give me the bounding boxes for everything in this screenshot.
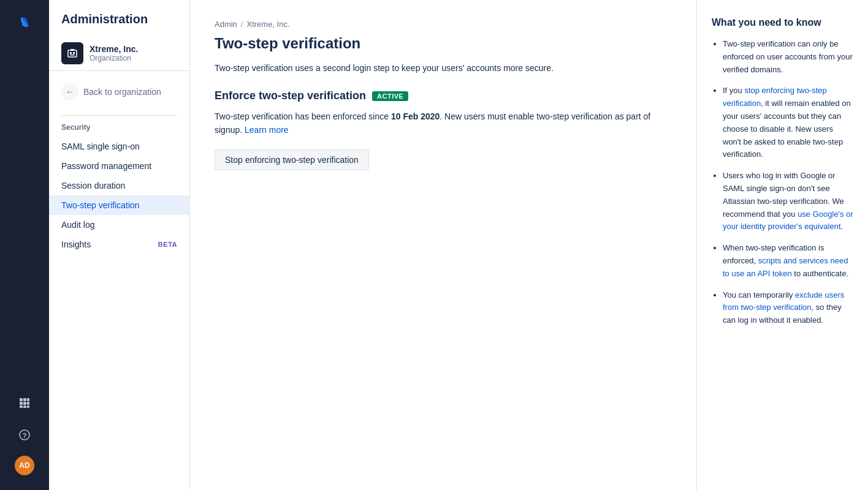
svg-rect-6 — [20, 405, 23, 408]
svg-rect-11 — [68, 50, 77, 57]
svg-rect-12 — [70, 52, 72, 54]
org-sub: Organization — [89, 54, 138, 62]
org-icon — [61, 42, 83, 64]
sidebar-item-label: Audit log — [61, 220, 94, 230]
nav-bar: ? AD — [0, 0, 49, 490]
breadcrumb-admin[interactable]: Admin — [215, 20, 237, 29]
page-title: Two-step verification — [215, 35, 672, 52]
sidebar-item-audit[interactable]: Audit log — [49, 215, 189, 235]
enforce-date: 10 Feb 2020 — [391, 111, 440, 121]
breadcrumb-sep: / — [241, 20, 243, 29]
svg-rect-13 — [73, 52, 75, 54]
sidebar-section-title: Security — [49, 123, 189, 137]
info-item-5-prefix: You can temporarily — [723, 290, 795, 300]
svg-rect-7 — [23, 405, 26, 408]
breadcrumb-org: Xtreme, Inc. — [246, 20, 289, 29]
enforce-description: Two-step verification has been enforced … — [215, 110, 672, 137]
back-to-org-btn[interactable]: ← Back to organization — [49, 78, 189, 105]
sidebar-item-two-step[interactable]: Two-step verification — [49, 195, 189, 215]
enforce-desc-prefix: Two-step verification has been enforced … — [215, 111, 391, 121]
sidebar: Administration Xtreme, Inc. Organization… — [49, 0, 190, 490]
back-label: Back to organization — [83, 87, 161, 97]
learn-more-link[interactable]: Learn more — [245, 125, 289, 135]
sidebar-item-insights[interactable]: Insights BETA — [49, 235, 189, 254]
sidebar-item-saml[interactable]: SAML single sign-on — [49, 137, 189, 156]
nav-bottom-icons: ? AD — [13, 392, 36, 480]
info-item-3: Users who log in with Google or SAML sin… — [723, 170, 853, 233]
svg-rect-1 — [23, 398, 26, 401]
svg-rect-4 — [23, 402, 26, 405]
info-item-4-suffix: to authenticate. — [792, 269, 849, 278]
info-item-1-text: Two-step verification can only be enforc… — [723, 39, 853, 74]
grid-icon-btn[interactable] — [13, 392, 36, 414]
sidebar-item-label: Password management — [61, 161, 151, 171]
svg-rect-2 — [27, 398, 29, 401]
sidebar-item-session[interactable]: Session duration — [49, 176, 189, 195]
back-arrow-icon: ← — [61, 83, 78, 100]
svg-rect-15 — [70, 49, 74, 51]
help-icon-btn[interactable]: ? — [13, 424, 36, 446]
info-item-2-prefix: If you — [723, 86, 744, 95]
sidebar-title: Administration — [49, 12, 189, 36]
info-item-5: You can temporarily exclude users from t… — [723, 289, 853, 327]
enforce-title-text: Enforce two-step verification — [215, 89, 366, 102]
svg-text:?: ? — [23, 432, 27, 439]
svg-rect-5 — [27, 402, 29, 405]
sidebar-item-label: SAML single sign-on — [61, 141, 140, 151]
sidebar-org: Xtreme, Inc. Organization — [49, 36, 189, 71]
info-item-1: Two-step verification can only be enforc… — [723, 38, 853, 76]
enforce-section-title: Enforce two-step verification ACTIVE — [215, 89, 672, 102]
beta-badge: BETA — [158, 241, 177, 248]
svg-rect-0 — [20, 398, 23, 401]
page-description: Two-step verification uses a second logi… — [215, 62, 672, 75]
org-name: Xtreme, Inc. — [89, 44, 138, 54]
user-avatar[interactable]: AD — [15, 456, 34, 475]
stop-enforcing-button[interactable]: Stop enforcing two-step verification — [215, 149, 369, 170]
svg-rect-14 — [70, 55, 75, 56]
info-panel-title: What you need to know — [712, 17, 853, 28]
active-badge: ACTIVE — [372, 91, 408, 101]
svg-rect-8 — [27, 405, 29, 408]
info-list: Two-step verification can only be enforc… — [712, 38, 853, 327]
sidebar-divider — [61, 115, 177, 116]
svg-rect-3 — [20, 402, 23, 405]
sidebar-item-label: Session duration — [61, 181, 125, 190]
main-content: Admin / Xtreme, Inc. Two-step verificati… — [190, 0, 696, 490]
info-panel: What you need to know Two-step verificat… — [696, 0, 868, 490]
breadcrumb: Admin / Xtreme, Inc. — [215, 20, 672, 29]
sidebar-item-password[interactable]: Password management — [49, 156, 189, 176]
sidebar-item-label: Insights — [61, 239, 91, 249]
org-info: Xtreme, Inc. Organization — [89, 44, 138, 62]
sidebar-item-label: Two-step verification — [61, 200, 140, 210]
atlassian-logo — [12, 10, 37, 34]
info-item-4: When two-step verification is enforced, … — [723, 242, 853, 280]
info-item-2: If you stop enforcing two-step verificat… — [723, 85, 853, 161]
